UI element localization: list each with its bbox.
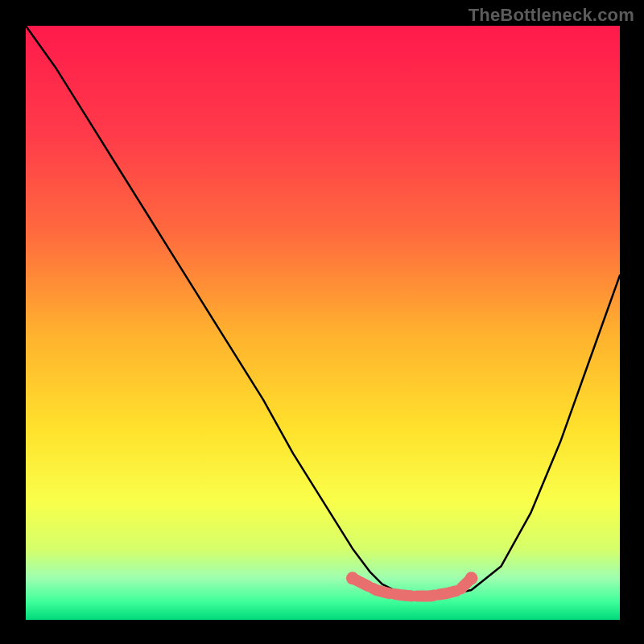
plot-area (26, 26, 620, 620)
trough-marker-dot (465, 572, 478, 584)
chart-svg (26, 26, 620, 620)
trough-marker-dot (346, 572, 359, 584)
chart-frame: TheBottleneck.com (0, 0, 644, 644)
watermark-text: TheBottleneck.com (469, 5, 634, 26)
gradient-background (26, 26, 620, 620)
